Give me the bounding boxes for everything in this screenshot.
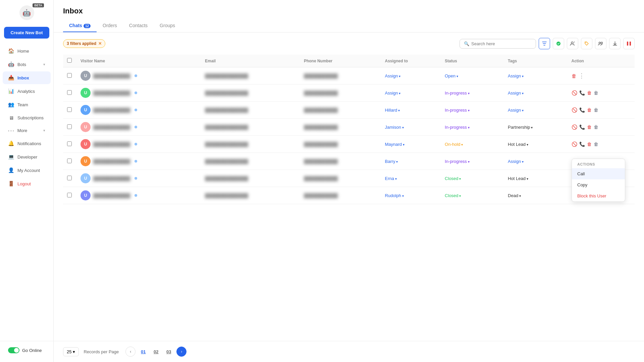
block-icon[interactable]: 🚫 [572,141,577,147]
trash-icon[interactable]: 🗑 [594,124,598,130]
sidebar-item-home[interactable]: 🏠 Home [3,45,51,57]
call-icon[interactable]: 📞 [579,124,585,130]
assigned-name[interactable]: Jamison [385,125,404,130]
status-badge[interactable]: In-progress [445,90,470,96]
assign-link[interactable]: Assign [385,90,400,96]
row-checkbox[interactable] [67,73,72,78]
table-row: U ████████████ ██████████████ ██████████… [63,84,635,102]
status-badge[interactable]: On-hold [445,142,463,147]
block-icon[interactable]: 🚫 [572,107,577,113]
trash-icon[interactable]: 🗑 [594,141,598,147]
tag-text[interactable]: Dead [508,193,521,198]
download-button[interactable] [609,38,621,49]
filter-badge[interactable]: 3 filters applied ✕ [63,39,105,48]
create-bot-button[interactable]: Create New Bot [4,27,49,39]
notifications-icon: 🔔 [8,140,14,146]
tab-groups[interactable]: Groups [154,19,181,32]
col-email: Email [201,55,300,67]
dropdown-item-copy[interactable]: Copy [572,179,625,190]
filter-close-icon[interactable]: ✕ [98,41,102,46]
tag-assign[interactable]: Assign [508,73,524,78]
tag-text[interactable]: Partnership [508,125,533,130]
trash-icon[interactable]: 🗑 [594,90,598,96]
more-section[interactable]: • • • More ▾ [3,125,51,136]
page-02[interactable]: 02 [151,347,161,357]
assigned-name[interactable]: Barry [385,159,398,164]
online-dot [135,143,137,145]
status-badge[interactable]: Open [445,73,458,78]
page-01[interactable]: 01 [138,347,148,357]
sidebar-item-notifications[interactable]: 🔔 Notifications [3,137,51,150]
chat-icon[interactable]: 🗑 [587,141,592,147]
sidebar-item-subscriptions[interactable]: 🖥 Subscriptions [3,112,51,124]
tag-assign[interactable]: Assign [508,90,524,96]
assigned-name[interactable]: Rudolph [385,193,404,198]
row-checkbox[interactable] [67,193,72,197]
status-badge[interactable]: Closed [445,193,461,198]
visitor-cell: U ████████████ [80,139,197,149]
sidebar-item-team[interactable]: 👥 Team [3,98,51,111]
sidebar-item-developer[interactable]: 💻 Developer [3,150,51,163]
filter-search-row: 3 filters applied ✕ 🔍 + [63,38,635,49]
go-online-toggle[interactable] [8,347,19,353]
tab-contacts-label: Contacts [129,23,148,28]
sidebar-item-inbox[interactable]: 📥 Inbox [3,71,51,84]
sidebar-item-analytics[interactable]: 📊 Analytics [3,85,51,98]
page-next-button[interactable]: › [176,347,186,357]
call-icon[interactable]: 📞 [579,90,585,96]
status-badge[interactable]: In-progress [445,159,470,164]
tag-assign[interactable]: Assign [508,159,524,164]
search-box[interactable]: 🔍 [460,39,536,49]
select-all-checkbox[interactable] [67,58,72,63]
dropdown-item-call[interactable]: Call [572,168,625,179]
assigned-name[interactable]: Maynard [385,142,404,147]
row-checkbox[interactable] [67,124,72,129]
tag-text[interactable]: Hot Lead [508,176,528,181]
status-badge[interactable]: In-progress [445,125,470,130]
filter-button[interactable] [539,38,550,49]
call-icon[interactable]: 📞 [579,141,585,147]
sidebar-item-myaccount[interactable]: 👤 My Account [3,164,51,177]
svg-point-5 [601,42,603,44]
visitor-cell: U ████████████ [80,88,197,98]
table-container: Visitor Name Email Phone Number Assigned… [63,55,635,204]
status-filter-button[interactable] [553,38,564,49]
sidebar-item-bots[interactable]: 🤖 Bots ▾ [3,58,51,71]
call-icon[interactable]: 📞 [579,107,585,113]
sidebar-item-logout[interactable]: 🚪 Logout [3,177,51,190]
page-prev-button[interactable]: ‹ [125,347,136,357]
chat-icon[interactable]: 🗑 [587,90,592,96]
columns-button[interactable] [623,38,635,49]
page-03[interactable]: 03 [164,347,174,357]
block-icon[interactable]: 🚫 [572,124,577,130]
assign-link[interactable]: Assign [385,73,400,78]
row-checkbox[interactable] [67,159,72,163]
assign-filter-button[interactable]: + [567,38,578,49]
search-input[interactable] [471,41,532,46]
row-checkbox[interactable] [67,176,72,180]
status-badge[interactable]: In-progress [445,108,470,113]
delete-icon[interactable]: 🗑 [572,73,577,79]
chat-icon[interactable]: 🗑 [587,124,592,130]
per-page-select[interactable]: 25 ▾ [63,347,79,356]
status-badge[interactable]: Closed [445,176,461,181]
assigned-name[interactable]: Erna [385,176,396,181]
row-checkbox[interactable] [67,141,72,146]
tab-chats[interactable]: Chats12 [63,19,97,32]
tag-filter-button[interactable] [581,38,592,49]
team-filter-button[interactable] [595,38,606,49]
more-actions-icon[interactable]: ⋮ [579,72,585,79]
tag-text[interactable]: Hot Lead [508,142,528,147]
go-online-row: Go Online [3,344,51,357]
tab-contacts[interactable]: Contacts [123,19,154,32]
row-checkbox[interactable] [67,107,72,112]
tag-assign[interactable]: Assign [508,108,524,113]
dropdown-item-block[interactable]: Block this User [572,190,625,201]
row-checkbox[interactable] [67,90,72,95]
trash-icon[interactable]: 🗑 [594,107,598,113]
chat-icon[interactable]: 🗑 [587,107,592,113]
assigned-name[interactable]: Hillard [385,108,400,113]
avatar: U [80,71,91,81]
tab-orders[interactable]: Orders [97,19,123,32]
block-icon[interactable]: 🚫 [572,90,577,96]
